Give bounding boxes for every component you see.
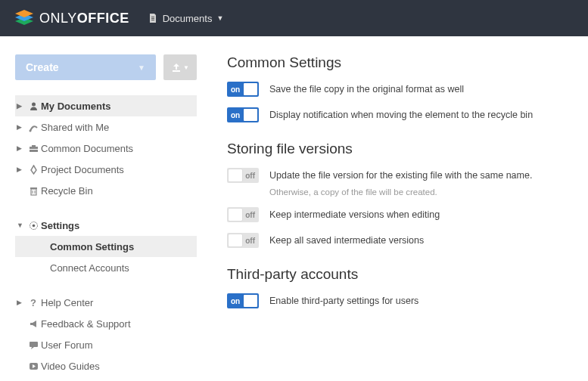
setting-label: Display notification when moving the ele… [269,110,533,120]
svg-rect-12 [31,189,36,195]
sidebar-item-project[interactable]: ▶ Project Documents [15,159,197,180]
sidebar-nav: ▶ My Documents ▶ Shared with Me ▶ Common… [15,95,197,376]
trash-icon [26,186,41,196]
sidebar-subitem-common-settings[interactable]: Common Settings [15,236,197,257]
expand-icon: ▶ [17,102,26,110]
sidebar-item-recycle[interactable]: Recycle Bin [15,180,197,201]
play-icon [26,361,41,371]
svg-point-17 [32,224,35,227]
help-icon: ? [26,297,41,308]
app-header: ONLYOFFICE Documents ▼ [0,0,588,36]
create-button[interactable]: Create ▼ [15,54,156,80]
document-icon [148,13,158,23]
sidebar-item-shared[interactable]: ▶ Shared with Me [15,116,197,138]
svg-rect-10 [32,145,36,147]
header-documents-menu[interactable]: Documents ▼ [148,13,224,24]
svg-rect-18 [30,342,38,347]
setting-hint: Otherwise, a copy of the file will be cr… [269,187,570,197]
section-title-common: Common Settings [227,54,570,71]
sidebar-item-settings[interactable]: ▼ Settings [15,215,197,236]
toggle-keep-intermediate[interactable]: off [227,207,259,222]
nav-label: Project Documents [41,164,124,175]
caret-down-icon: ▼ [183,64,189,71]
svg-point-7 [32,102,36,106]
chat-icon [26,340,41,350]
expand-icon: ▶ [17,166,26,173]
toggle-thirdparty[interactable]: on [227,293,259,308]
sidebar-item-video[interactable]: Video Guides [15,355,197,376]
sidebar-item-forum[interactable]: User Forum [15,334,197,355]
setting-row: off Keep intermediate versions when edit… [227,207,570,222]
setting-label: Keep all saved intermediate versions [269,235,424,246]
svg-rect-3 [151,17,154,17]
brand-logo: ONLYOFFICE [15,10,129,26]
header-menu-label: Documents [163,13,213,24]
project-icon [26,165,41,175]
nav-label: User Forum [41,339,93,351]
nav-label: Shared with Me [41,122,109,133]
nav-label: Help Center [41,297,93,308]
sidebar: Create ▼ ▼ ▶ My Documents ▶ Shared with … [0,36,197,376]
section-title-thirdparty: Third-party accounts [227,266,570,283]
content-area: Common Settings on Save the file copy in… [197,36,588,376]
svg-rect-13 [30,187,37,189]
upload-button[interactable]: ▼ [163,54,197,80]
upload-icon [171,62,182,73]
sidebar-subitem-connect-accounts[interactable]: Connect Accounts [15,257,197,278]
toggle-update-version[interactable]: off [227,168,259,183]
sidebar-item-feedback[interactable]: Feedback & Support [15,313,197,334]
svg-rect-11 [30,149,38,150]
setting-label: Update the file version for the existing… [269,170,532,181]
shared-icon [26,122,41,132]
nav-label: Recycle Bin [41,185,93,197]
setting-row: on Enable third-party settings for users [227,293,570,308]
setting-label: Enable third-party settings for users [269,296,418,306]
section-title-versions: Storing file versions [227,141,570,157]
nav-label: Connect Accounts [50,262,129,274]
sidebar-item-my-documents[interactable]: ▶ My Documents [15,95,197,116]
megaphone-icon [26,319,41,329]
toggle-keep-all-saved[interactable]: off [227,233,259,248]
nav-label: Video Guides [41,361,100,372]
svg-rect-5 [151,20,154,20]
nav-label: Common Settings [50,241,134,252]
sidebar-item-help[interactable]: ▶ ? Help Center [15,292,197,313]
expand-icon: ▶ [17,123,26,131]
briefcase-icon [26,144,41,153]
nav-label: Feedback & Support [41,318,131,330]
nav-label: My Documents [41,101,110,112]
setting-row: on Save the file copy in the original fo… [227,82,570,97]
svg-rect-6 [173,70,180,72]
setting-row: on Display notification when moving the … [227,107,570,122]
collapse-icon: ▼ [17,221,26,229]
create-button-label: Create [26,61,59,73]
gear-icon [26,221,41,231]
svg-rect-4 [151,18,154,19]
nav-label: Common Documents [41,143,133,154]
caret-down-icon: ▼ [138,64,145,72]
logo-icon [15,10,33,26]
nav-label: Settings [41,220,79,231]
caret-down-icon: ▼ [216,14,223,22]
expand-icon: ▶ [17,144,26,152]
toggle-save-copy[interactable]: on [227,82,259,97]
toggle-display-notification[interactable]: on [227,107,259,122]
sidebar-item-common[interactable]: ▶ Common Documents [15,138,197,159]
expand-icon: ▶ [17,299,26,306]
setting-label: Keep intermediate versions when editing [269,209,440,220]
setting-row: off Keep all saved intermediate versions [227,233,570,248]
brand-text: ONLYOFFICE [39,11,129,26]
setting-row: off Update the file version for the exis… [227,168,570,183]
setting-label: Save the file copy in the original forma… [269,84,464,94]
svg-point-8 [29,129,31,132]
person-icon [26,101,41,111]
